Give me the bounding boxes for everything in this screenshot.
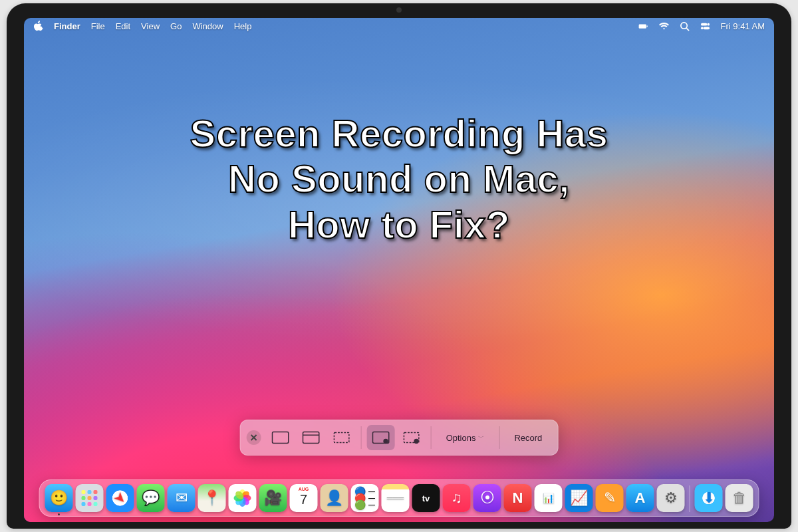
toolbar-divider	[431, 426, 432, 449]
svg-rect-1	[646, 25, 647, 27]
article-headline-overlay: Screen Recording Has No Sound on Mac, Ho…	[24, 111, 774, 247]
calendar-day: 7	[290, 492, 318, 507]
toolbar-divider	[499, 426, 499, 449]
laptop-frame: Finder File Edit View Go Window Help	[7, 3, 791, 529]
app-menu[interactable]: Finder	[54, 21, 80, 31]
svg-point-2	[680, 22, 686, 28]
safari-app-icon[interactable]: ➤	[106, 484, 134, 512]
mail-app-icon[interactable]: ✉︎	[168, 484, 196, 512]
downloads-stack-icon[interactable]: ⬇︎	[695, 484, 723, 512]
trash-icon[interactable]: 🗑	[726, 484, 753, 512]
menubar: Finder File Edit View Go Window Help	[24, 18, 774, 34]
dock: 🙂 ➤ 💬 ✉︎ 📍 🎥 AUG 7 👤 🔵 ─🔴 ─🟢 ─	[39, 479, 759, 517]
screenshot-toolbar: Options ﹀ Record	[240, 420, 559, 456]
notes-app-icon[interactable]: ═══	[382, 484, 410, 512]
battery-icon[interactable]	[638, 21, 648, 31]
svg-rect-6	[703, 27, 709, 29]
menu-view[interactable]: View	[141, 21, 160, 31]
photos-app-icon[interactable]	[229, 484, 257, 512]
menu-help[interactable]: Help	[234, 21, 252, 31]
facetime-app-icon[interactable]: 🎥	[259, 484, 287, 512]
record-selection-icon[interactable]	[398, 425, 426, 450]
svg-point-15	[414, 439, 418, 444]
svg-point-13	[383, 439, 388, 444]
capture-selection-icon[interactable]	[328, 425, 356, 450]
chevron-down-icon: ﹀	[478, 434, 484, 442]
contacts-app-icon[interactable]: 👤	[321, 484, 348, 512]
news-app-icon[interactable]: N	[504, 484, 532, 512]
dock-separator	[690, 485, 690, 512]
spotlight-icon[interactable]	[680, 21, 690, 31]
control-center-icon[interactable]	[700, 21, 710, 31]
svg-rect-9	[303, 432, 319, 444]
keynote-app-icon[interactable]: 📈	[565, 484, 593, 512]
launchpad-app-icon[interactable]	[76, 484, 104, 512]
music-app-icon[interactable]: ♫	[443, 484, 471, 512]
pages-app-icon[interactable]: ✎	[596, 484, 624, 512]
wifi-icon[interactable]	[659, 21, 669, 31]
podcasts-app-icon[interactable]: ⦿	[473, 484, 501, 512]
options-label: Options	[446, 433, 476, 443]
apple-menu-icon[interactable]	[33, 21, 43, 32]
finder-app-icon[interactable]: 🙂	[45, 484, 73, 512]
svg-rect-0	[638, 24, 646, 28]
calendar-app-icon[interactable]: AUG 7	[290, 484, 318, 512]
record-entire-screen-icon[interactable]	[367, 425, 395, 450]
svg-rect-11	[334, 433, 348, 443]
headline-line: No Sound on Mac,	[64, 156, 734, 201]
menu-window[interactable]: Window	[192, 21, 223, 31]
menu-go[interactable]: Go	[170, 21, 182, 31]
svg-rect-8	[272, 432, 288, 444]
calendar-month: AUG	[290, 487, 318, 491]
system-preferences-app-icon[interactable]: ⚙︎	[657, 484, 685, 512]
svg-line-3	[686, 28, 689, 31]
capture-entire-screen-icon[interactable]	[267, 425, 295, 450]
svg-point-7	[700, 27, 703, 29]
capture-window-icon[interactable]	[297, 425, 325, 450]
camera-notch	[396, 7, 402, 13]
toolbar-divider	[361, 426, 362, 449]
svg-point-5	[707, 23, 710, 25]
tv-app-icon[interactable]: tv	[412, 484, 440, 512]
reminders-app-icon[interactable]: 🔵 ─🔴 ─🟢 ─	[351, 484, 379, 512]
options-button[interactable]: Options ﹀	[437, 425, 494, 450]
menubar-clock[interactable]: Fri 9:41 AM	[721, 21, 765, 31]
close-toolbar-button[interactable]	[247, 430, 261, 445]
svg-rect-4	[700, 23, 706, 25]
appstore-app-icon[interactable]: A	[626, 484, 654, 512]
menu-edit[interactable]: Edit	[116, 21, 130, 31]
menu-file[interactable]: File	[91, 21, 105, 31]
numbers-app-icon[interactable]: 📊	[535, 484, 563, 512]
macos-desktop: Finder File Edit View Go Window Help	[24, 18, 774, 522]
maps-app-icon[interactable]: 📍	[198, 484, 226, 512]
record-button[interactable]: Record	[505, 425, 551, 450]
headline-line: How to Fix?	[64, 202, 734, 247]
headline-line: Screen Recording Has	[64, 111, 734, 156]
messages-app-icon[interactable]: 💬	[137, 484, 165, 512]
record-label: Record	[514, 433, 542, 443]
